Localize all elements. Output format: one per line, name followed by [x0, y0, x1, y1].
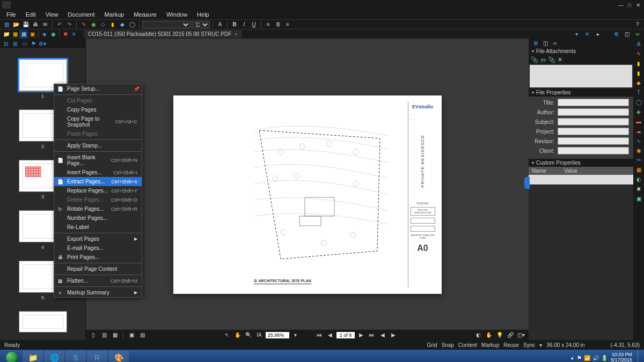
underline-icon[interactable]: U [250, 20, 258, 29]
menu-item-number-pages[interactable]: Number Pages... [54, 213, 142, 223]
font-dropdown[interactable] [142, 21, 191, 28]
align-left-icon[interactable]: ≡ [264, 20, 273, 29]
stamp-icon[interactable]: ◉ [89, 20, 98, 29]
panel-layer-icon[interactable]: ◫ [541, 39, 549, 47]
help-icon[interactable]: ? [633, 20, 642, 29]
menu-item-copy-page-to-snapshot[interactable]: Copy Page to SnapshotCtrl+Alt+C [54, 114, 142, 129]
bold-icon[interactable]: B [230, 20, 239, 29]
thumb-flag-icon[interactable]: ⚑ [30, 40, 37, 47]
menu-edit[interactable]: Edit [21, 10, 40, 19]
snap-snap[interactable]: Snap [441, 342, 453, 348]
snap-sync[interactable]: Sync [523, 342, 535, 348]
tray-net-icon[interactable]: 📶 [584, 355, 590, 361]
tray-bat-icon[interactable]: 🔋 [601, 355, 608, 361]
markup-icon[interactable]: ✎ [79, 20, 88, 29]
fit-page-icon[interactable]: ▣ [127, 331, 136, 339]
thumbnails-icon[interactable]: ▦ [19, 30, 28, 39]
tray-icons[interactable]: ⚑ 📶 🔊 🔋 [577, 355, 608, 361]
snap-markup[interactable]: Markup [481, 342, 499, 348]
panel5-icon[interactable]: ◈ [40, 30, 49, 39]
rtab-7-icon[interactable]: ◯ [634, 98, 643, 106]
hand-icon[interactable]: ✋ [233, 331, 242, 339]
custom-props-list[interactable] [529, 175, 633, 184]
menu-item-flatten[interactable]: ▦Flatten...Ctrl+Shift+M [54, 276, 142, 285]
document-tab[interactable]: CO15-011 (350 Packsaddle) SD01 2015 05 0… [84, 30, 242, 38]
text-color-icon[interactable]: A [216, 20, 224, 29]
rtab-8-icon[interactable]: ◈ [634, 107, 643, 116]
menu-item-rotate-pages[interactable]: ↻Rotate Pages...Ctrl+Shift+R [54, 204, 142, 213]
minimize-button[interactable]: — [617, 2, 625, 8]
cursor-icon[interactable]: ↖ [223, 331, 231, 339]
tool2-icon[interactable]: ◯ [128, 20, 136, 29]
props-layer-icon[interactable]: ◫ [623, 30, 631, 39]
tray-expand-icon[interactable]: ▴ [571, 355, 574, 360]
email-icon[interactable]: ✉ [41, 20, 49, 29]
prop-revisor-input[interactable] [558, 137, 629, 145]
panel7-icon[interactable]: ✖ [61, 30, 70, 39]
task-explorer[interactable]: 📁 [23, 351, 43, 362]
panel4-icon[interactable]: ▣ [28, 30, 36, 39]
menu-item-insert-pages[interactable]: Insert Pages...Ctrl+Shift+I [54, 168, 142, 177]
explorer-icon[interactable]: 📁 [2, 30, 11, 39]
fit-width-icon[interactable]: ▤ [138, 331, 147, 339]
page-indicator[interactable]: 1 of 8 [336, 332, 355, 338]
menu-item-apply-stamp[interactable]: Apply Stamp... [54, 141, 142, 150]
splitter-handle[interactable] [524, 177, 530, 189]
task-chrome[interactable]: 🌐 [44, 351, 64, 362]
rtab-9-icon[interactable]: ▬ [634, 117, 643, 125]
text-select-icon[interactable]: IA [255, 331, 264, 339]
rtab-17-icon[interactable]: ▣ [634, 194, 643, 203]
close-button[interactable]: ✕ [634, 2, 642, 8]
bulb-icon[interactable]: 💡 [495, 331, 504, 339]
attach-add-icon[interactable]: 📎 [531, 56, 538, 63]
fileprops-header[interactable]: File Properties [529, 88, 633, 97]
redo-icon[interactable]: ↷ [65, 20, 74, 29]
rtab-6-icon[interactable]: T [634, 88, 643, 97]
thumb-minus-icon[interactable]: ⊟ [2, 40, 10, 47]
document-canvas[interactable]: ARCHITECTURAL SITE PLAN EVstudio · · · ·… [86, 39, 529, 329]
rtab-15-icon[interactable]: ◐ [634, 175, 643, 183]
print-icon[interactable]: 🖶 [31, 20, 40, 29]
menu-item-replace-pages[interactable]: Replace Pages...Ctrl+Shift+Y [54, 186, 142, 195]
snap-grid[interactable]: Grid [427, 342, 437, 348]
customprops-header[interactable]: Custom Properties [529, 159, 633, 167]
panel2-icon[interactable]: ▦ [11, 30, 19, 39]
rtab-1-icon[interactable]: A [634, 40, 643, 48]
menu-help[interactable]: Help [193, 10, 214, 19]
align-center-icon[interactable]: ≣ [274, 20, 282, 29]
font-size-dropdown[interactable]: 12 [192, 21, 210, 28]
zoom-dropdown-icon[interactable]: ▾ [291, 331, 300, 339]
prop-author-input[interactable] [558, 108, 629, 116]
menu-item-re-label[interactable]: Re-Label [54, 223, 142, 232]
task-revu[interactable]: R [87, 351, 107, 362]
first-page-icon[interactable]: ⏮ [315, 331, 324, 339]
panel8-icon[interactable]: ≡ [70, 30, 78, 39]
link-icon[interactable]: 🔗 [506, 331, 515, 339]
menu-measure[interactable]: Measure [129, 10, 161, 19]
rtab-11-icon[interactable]: ∿ [634, 136, 643, 145]
rtab-3-icon[interactable]: ▮ [634, 59, 643, 68]
attach-clip-icon[interactable]: 📎 [548, 56, 555, 63]
rtab-10-icon[interactable]: ☁ [634, 127, 643, 135]
attachments-list[interactable] [530, 65, 632, 87]
prop-title-input[interactable] [558, 99, 629, 106]
open-icon[interactable]: 📂 [12, 20, 20, 29]
single-page-icon[interactable]: ▯ [89, 331, 98, 339]
menu-item-export-pages[interactable]: Export Pages▶ [54, 234, 142, 243]
highlight-icon[interactable]: ▮ [108, 20, 117, 29]
tray-vol-icon[interactable]: 🔊 [592, 355, 599, 361]
save-icon[interactable]: 💾 [21, 20, 30, 29]
panel6-icon[interactable]: ◉ [49, 30, 57, 39]
menu-item-page-setup[interactable]: 📄Page Setup... [54, 84, 142, 93]
rtab-12-icon[interactable]: ◉ [634, 146, 643, 154]
panel-gear-icon[interactable]: ⚙ [532, 39, 539, 47]
continuous-icon[interactable]: ▥ [100, 331, 108, 339]
next-view-icon[interactable]: ▶ [389, 331, 398, 339]
tool-icon[interactable]: ◆ [118, 20, 127, 29]
new-icon[interactable]: ▧ [2, 20, 11, 29]
attachments-header[interactable]: File Attachments [529, 47, 633, 55]
tab-arrow-icon[interactable]: ▸ [594, 30, 602, 39]
maximize-button[interactable]: □ [626, 2, 633, 8]
tab-close-all-icon[interactable]: ✕ [583, 30, 591, 39]
snap-reuse[interactable]: Reuse [503, 342, 519, 348]
